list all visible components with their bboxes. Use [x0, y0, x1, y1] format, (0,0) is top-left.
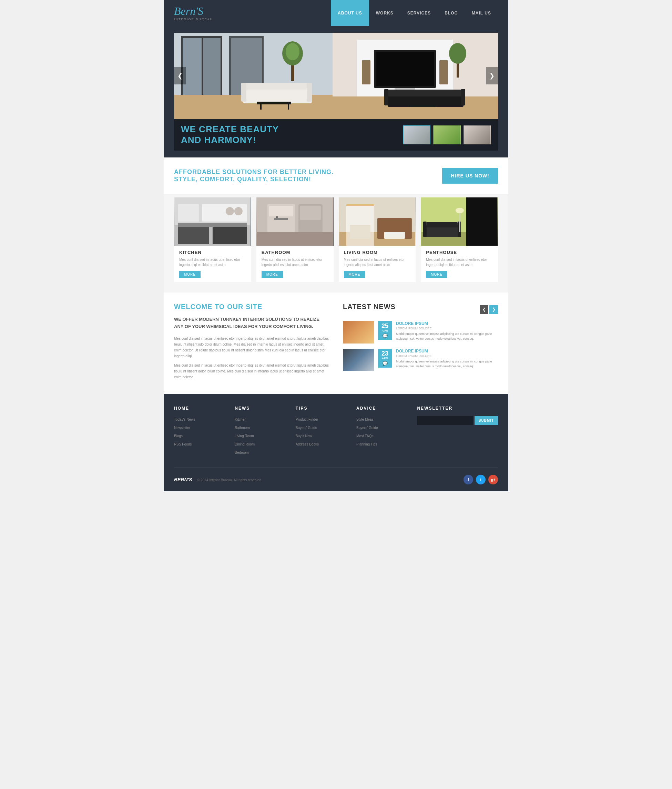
bathroom-more-btn[interactable]: MORE: [262, 271, 283, 278]
footer-link-item: Blogs: [174, 433, 228, 439]
news-navigation: ❮ ❯: [480, 305, 498, 314]
hire-us-button[interactable]: HIRE US NOW!: [442, 168, 498, 184]
slider-thumb-1[interactable]: [403, 125, 430, 144]
news-subtitle-2: LOREM IPSUM DOLORE: [396, 354, 498, 358]
footer-link-item: Planning Tips: [356, 441, 410, 447]
cta-section: AFFORDABLE SOLUTIONS FOR BETTER LIVING. …: [164, 157, 508, 194]
welcome-tagline: WE OFFER MODERN TURNKEY INTERIOR SOLUTIO…: [174, 316, 329, 331]
nav-blog[interactable]: BLOG: [438, 0, 465, 26]
footer-advice-heading: ADVICE: [356, 406, 410, 411]
nav-about[interactable]: ABOUT US: [331, 0, 369, 26]
footer-link-kitchen[interactable]: Kitchen: [235, 418, 246, 422]
footer-link-dining-room[interactable]: Dining Room: [235, 442, 255, 446]
facebook-icon[interactable]: f: [464, 475, 473, 484]
googleplus-icon[interactable]: g+: [488, 475, 498, 484]
footer-link-item: RSS Feeds: [174, 441, 228, 447]
living-image: [339, 197, 416, 246]
slider-thumb-2[interactable]: [433, 125, 461, 144]
footer-link-address[interactable]: Address Books: [296, 442, 319, 446]
news-prev-btn[interactable]: ❮: [480, 305, 488, 314]
bathroom-image: [256, 197, 334, 246]
footer-link-living-room[interactable]: Living Room: [235, 434, 254, 438]
footer-tips-links: Product Finder Buyers' Guide Buy it Now …: [296, 416, 349, 447]
svg-rect-11: [243, 83, 312, 89]
welcome-para2: Mes curil dia sed in lacus ut enlisec et…: [174, 363, 329, 380]
penthouse-more-btn[interactable]: MORE: [426, 271, 447, 278]
footer-bottom: BERN'S © 2014 Interior Bureau. All right…: [174, 468, 498, 484]
footer-link-item: Buyers' Guide: [296, 424, 349, 430]
footer-link-newsletter[interactable]: Newsletter: [174, 426, 190, 430]
footer-link-item: Buyers' Guide: [356, 424, 410, 430]
bathroom-desc: Mes curil dia sed in lacus ut enlisec et…: [262, 257, 328, 267]
footer-link-buyers-guide2[interactable]: Buyers' Guide: [356, 426, 378, 430]
nav-works[interactable]: WORKS: [369, 0, 400, 26]
footer-link-item: Today's News: [174, 416, 228, 422]
logo-name: Bern': [174, 5, 198, 17]
news-date-1: 25 APR 💬: [378, 321, 392, 340]
portfolio-section: KITCHEN Mes curil dia sed in lacus ut en…: [164, 194, 508, 292]
main-nav: ABOUT US WORKS SERVICES BLOG MAIL US: [331, 0, 498, 26]
svg-rect-63: [423, 222, 427, 237]
footer-tips-col: TIPS Product Finder Buyers' Guide Buy it…: [296, 406, 349, 457]
newsletter-submit-btn[interactable]: SUBMIT: [475, 416, 498, 425]
newsletter-form: SUBMIT: [417, 416, 498, 425]
penthouse-title: PENTHOUSE: [426, 250, 493, 255]
footer-link-todays-news[interactable]: Today's News: [174, 418, 195, 422]
slider-prev-btn[interactable]: ❮: [174, 67, 186, 85]
slider-caption: WE CREATE BEAUTY AND HARMONY!: [181, 124, 279, 145]
penthouse-image: [421, 197, 498, 246]
svg-rect-31: [384, 89, 389, 105]
news-date-2: 23 APR 💬: [378, 349, 392, 367]
logo-subtitle: INTERIOR BUREAU: [174, 18, 213, 21]
svg-rect-16: [288, 104, 289, 110]
footer-link-blogs[interactable]: Blogs: [174, 434, 182, 438]
nav-mail[interactable]: MAIL US: [465, 0, 498, 26]
svg-rect-13: [307, 83, 312, 102]
slider-thumb-3[interactable]: [464, 125, 491, 144]
footer-link-rss[interactable]: RSS Feeds: [174, 442, 192, 446]
portfolio-grid: KITCHEN Mes curil dia sed in lacus ut en…: [174, 197, 498, 282]
svg-rect-50: [276, 216, 278, 218]
svg-rect-25: [439, 60, 448, 85]
svg-rect-55: [349, 225, 370, 239]
room-illustration: [174, 33, 498, 119]
svg-rect-20: [376, 52, 434, 86]
svg-rect-30: [386, 89, 465, 96]
svg-rect-33: [408, 105, 436, 107]
twitter-icon[interactable]: t: [476, 475, 486, 484]
footer-link-item: Bedroom: [235, 449, 288, 455]
svg-rect-12: [241, 83, 246, 102]
news-heading: LATEST NEWS: [343, 303, 395, 311]
nav-services[interactable]: SERVICES: [400, 0, 438, 26]
footer-link-product-finder[interactable]: Product Finder: [296, 418, 318, 422]
news-text-2: Morbi tempor quaem vel massa adipiscing …: [396, 359, 498, 369]
newsletter-email-input[interactable]: [417, 416, 472, 425]
footer-advice-links: Style Ideas Buyers' Guide Most FAQs Plan…: [356, 416, 410, 447]
svg-rect-56: [384, 232, 405, 239]
svg-rect-15: [260, 104, 262, 110]
welcome-column: WELCOME TO OUR SITE WE OFFER MODERN TURN…: [174, 303, 329, 383]
social-icons: f t g+: [464, 475, 498, 484]
footer-link-buyers-guide[interactable]: Buyers' Guide: [296, 426, 317, 430]
footer-link-bedroom[interactable]: Bedroom: [235, 450, 249, 454]
living-card-content: LIVING ROOM Mes curil dia sed in lacus u…: [339, 246, 416, 282]
kitchen-more-btn[interactable]: MORE: [179, 271, 200, 278]
footer-link-buy-it-now[interactable]: Buy it Now: [296, 434, 312, 438]
news-comment-icon-1: 💬: [379, 334, 391, 339]
living-more-btn[interactable]: MORE: [344, 271, 365, 278]
news-content-2: DOLORE IPSUM LOREM IPSUM DOLORE Morbi te…: [396, 349, 498, 369]
footer-link-planning[interactable]: Planning Tips: [356, 442, 377, 446]
living-title: LIVING ROOM: [344, 250, 411, 255]
footer-link-item: Dining Room: [235, 441, 288, 447]
news-next-btn[interactable]: ❯: [490, 305, 498, 314]
svg-rect-38: [178, 223, 247, 227]
svg-rect-65: [459, 211, 461, 232]
portfolio-card-living: LIVING ROOM Mes curil dia sed in lacus u…: [339, 197, 416, 282]
slider-next-btn[interactable]: ❯: [486, 67, 498, 85]
svg-rect-49: [274, 218, 288, 220]
news-item-1: 25 APR 💬 DOLORE IPSUM LOREM IPSUM DOLORE…: [343, 321, 498, 343]
news-subtitle-1: LOREM IPSUM DOLORE: [396, 327, 498, 330]
footer-link-style-ideas[interactable]: Style Ideas: [356, 418, 373, 422]
footer-link-faqs[interactable]: Most FAQs: [356, 434, 373, 438]
footer-link-bathroom[interactable]: Bathroom: [235, 426, 250, 430]
